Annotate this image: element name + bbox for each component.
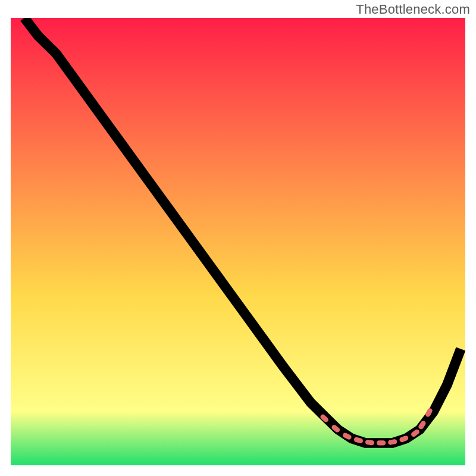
chart-svg — [11, 18, 465, 465]
bead-marker — [377, 440, 386, 446]
watermark-text: TheBottleneck.com — [356, 2, 470, 17]
plot-area — [11, 18, 465, 465]
chart-wrapper: TheBottleneck.com — [0, 0, 476, 476]
